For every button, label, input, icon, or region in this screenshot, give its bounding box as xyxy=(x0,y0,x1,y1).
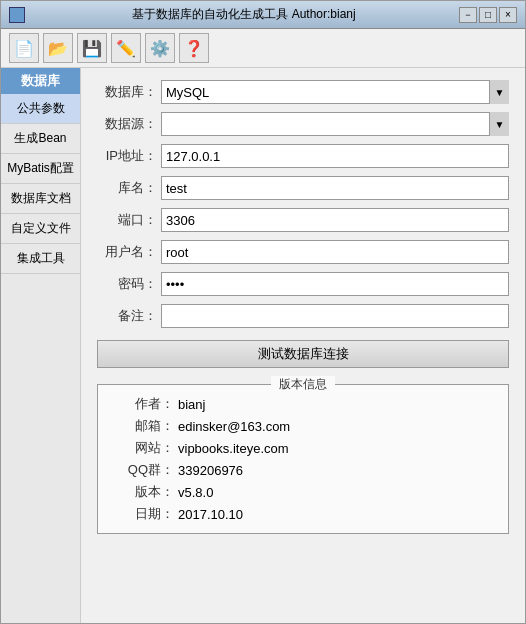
sidebar-item-gen-bean[interactable]: 生成Bean xyxy=(1,124,80,154)
website-value: vipbooks.iteye.com xyxy=(178,441,289,456)
ip-row: IP地址： xyxy=(97,144,509,168)
datasource-label: 数据源： xyxy=(97,115,157,133)
version-info-title: 版本信息 xyxy=(271,376,335,393)
port-row: 端口： xyxy=(97,208,509,232)
maximize-button[interactable]: □ xyxy=(479,7,497,23)
remark-row: 备注： xyxy=(97,304,509,328)
database-label: 数据库： xyxy=(97,83,157,101)
title-bar: 基于数据库的自动化生成工具 Author:bianj － □ × xyxy=(1,1,525,29)
author-label: 作者： xyxy=(114,395,174,413)
main-content: 数据库 公共参数 生成Bean MyBatis配置 数据库文档 自定义文件 集成… xyxy=(1,68,525,623)
database-select-wrapper: MySQL Oracle PostgreSQL SQLServer ▼ xyxy=(161,80,509,104)
version-info-box: 版本信息 作者： bianj 邮箱： edinsker@163.com 网站： … xyxy=(97,384,509,534)
sidebar-item-custom-file[interactable]: 自定义文件 xyxy=(1,214,80,244)
qq-value: 339206976 xyxy=(178,463,243,478)
sidebar-item-common-params[interactable]: 公共参数 xyxy=(1,94,80,124)
ip-label: IP地址： xyxy=(97,147,157,165)
sidebar-item-integration-tools[interactable]: 集成工具 xyxy=(1,244,80,274)
toolbar: 📄 📂 💾 ✏️ ⚙️ ❓ xyxy=(1,29,525,68)
email-row: 邮箱： edinsker@163.com xyxy=(114,415,492,437)
port-input[interactable] xyxy=(161,208,509,232)
database-select[interactable]: MySQL Oracle PostgreSQL SQLServer xyxy=(161,80,509,104)
window-title: 基于数据库的自动化生成工具 Author:bianj xyxy=(29,6,459,23)
datasource-select-wrapper: ▼ xyxy=(161,112,509,136)
database-row: 数据库： MySQL Oracle PostgreSQL SQLServer ▼ xyxy=(97,80,509,104)
password-label: 密码： xyxy=(97,275,157,293)
email-value: edinsker@163.com xyxy=(178,419,290,434)
remark-input[interactable] xyxy=(161,304,509,328)
dbname-row: 库名： xyxy=(97,176,509,200)
author-value: bianj xyxy=(178,397,205,412)
sidebar: 数据库 公共参数 生成Bean MyBatis配置 数据库文档 自定义文件 集成… xyxy=(1,68,81,623)
author-row: 作者： bianj xyxy=(114,393,492,415)
content-area: 数据库： MySQL Oracle PostgreSQL SQLServer ▼… xyxy=(81,68,525,623)
main-window: 基于数据库的自动化生成工具 Author:bianj － □ × 📄 📂 💾 ✏… xyxy=(0,0,526,624)
username-row: 用户名： xyxy=(97,240,509,264)
app-icon xyxy=(9,7,25,23)
date-label: 日期： xyxy=(114,505,174,523)
qq-row: QQ群： 339206976 xyxy=(114,459,492,481)
password-row: 密码： xyxy=(97,272,509,296)
website-row: 网站： vipbooks.iteye.com xyxy=(114,437,492,459)
dbname-label: 库名： xyxy=(97,179,157,197)
new-button[interactable]: 📄 xyxy=(9,33,39,63)
dbname-input[interactable] xyxy=(161,176,509,200)
minimize-button[interactable]: － xyxy=(459,7,477,23)
password-input[interactable] xyxy=(161,272,509,296)
qq-label: QQ群： xyxy=(114,461,174,479)
date-value: 2017.10.10 xyxy=(178,507,243,522)
help-button[interactable]: ❓ xyxy=(179,33,209,63)
version-value: v5.8.0 xyxy=(178,485,213,500)
datasource-select[interactable] xyxy=(161,112,509,136)
website-label: 网站： xyxy=(114,439,174,457)
date-row: 日期： 2017.10.10 xyxy=(114,503,492,525)
settings-button[interactable]: ⚙️ xyxy=(145,33,175,63)
open-button[interactable]: 📂 xyxy=(43,33,73,63)
email-label: 邮箱： xyxy=(114,417,174,435)
username-label: 用户名： xyxy=(97,243,157,261)
edit-button[interactable]: ✏️ xyxy=(111,33,141,63)
sidebar-item-db-doc[interactable]: 数据库文档 xyxy=(1,184,80,214)
sidebar-item-mybatis-config[interactable]: MyBatis配置 xyxy=(1,154,80,184)
remark-label: 备注： xyxy=(97,307,157,325)
port-label: 端口： xyxy=(97,211,157,229)
sidebar-header: 数据库 xyxy=(1,68,80,94)
ip-input[interactable] xyxy=(161,144,509,168)
version-label: 版本： xyxy=(114,483,174,501)
version-row: 版本： v5.8.0 xyxy=(114,481,492,503)
datasource-row: 数据源： ▼ xyxy=(97,112,509,136)
close-button[interactable]: × xyxy=(499,7,517,23)
username-input[interactable] xyxy=(161,240,509,264)
test-connection-button[interactable]: 测试数据库连接 xyxy=(97,340,509,368)
save-button[interactable]: 💾 xyxy=(77,33,107,63)
window-controls: － □ × xyxy=(459,7,517,23)
